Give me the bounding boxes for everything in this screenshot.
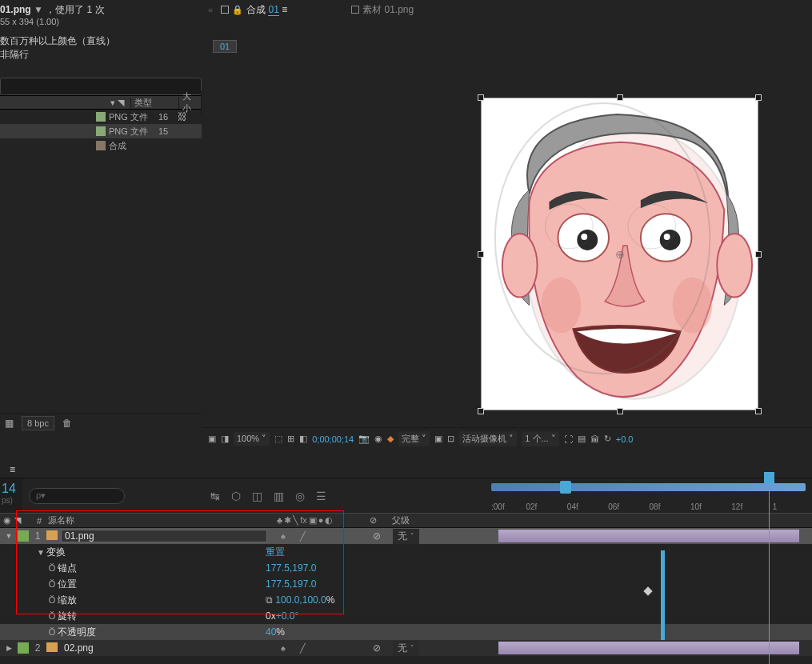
- snapshot-icon[interactable]: 📷: [358, 434, 370, 444]
- camera-dropdown[interactable]: 活动摄像机 ˅: [459, 431, 517, 446]
- tab-composition[interactable]: 🔒 合成 01 ≡: [216, 2, 292, 18]
- resize-handle[interactable]: [617, 94, 623, 101]
- property-opacity[interactable]: Ŏ 不透明度 40%: [0, 624, 812, 640]
- breadcrumb-item[interactable]: 01: [213, 40, 237, 53]
- column-type[interactable]: 类型: [131, 97, 179, 109]
- resize-handle[interactable]: [478, 94, 484, 101]
- layer-name[interactable]: 02.png: [61, 642, 281, 654]
- bpc-button[interactable]: 8 bpc: [22, 416, 54, 430]
- trash-icon[interactable]: 🗑: [62, 418, 72, 429]
- stopwatch-icon[interactable]: Ŏ: [46, 595, 58, 605]
- brainstorm-icon[interactable]: ☰: [316, 490, 326, 502]
- column-parent[interactable]: 父级: [389, 514, 493, 526]
- dropdown-icon[interactable]: ▼: [34, 4, 43, 15]
- pickwhip-icon[interactable]: ⊘: [361, 530, 393, 542]
- property-scale[interactable]: Ŏ 缩放 ⧉ 100.0,100.0%: [0, 592, 812, 608]
- flowchart-icon[interactable]: 🏛: [590, 434, 599, 444]
- twirl-icon[interactable]: ▼: [6, 532, 13, 540]
- timecode[interactable]: 0;00;00;14: [312, 434, 354, 444]
- lock-icon[interactable]: 🔒: [232, 5, 243, 15]
- show-snapshot-icon[interactable]: ◉: [374, 434, 382, 444]
- pickwhip-icon[interactable]: ⊘: [361, 642, 393, 654]
- canvas-selection[interactable]: ⊕: [478, 94, 762, 414]
- property-value[interactable]: ⧉ 100.0,100.0%: [266, 594, 378, 606]
- layer-row[interactable]: ▶ 2 02.png ♠╱ ⊘ 无 ˅: [0, 640, 812, 656]
- property-position[interactable]: Ŏ 位置 177.5,197.0: [0, 576, 812, 592]
- comp-mini-icon[interactable]: ↹: [210, 490, 220, 502]
- exposure-value[interactable]: +0.0: [616, 434, 634, 444]
- project-item-type: PNG 文件: [109, 126, 158, 138]
- timeline-tab[interactable]: ≡: [3, 462, 22, 477]
- tab-scroll-icon[interactable]: «: [208, 5, 213, 14]
- stopwatch-icon[interactable]: Ŏ: [46, 579, 58, 589]
- sort-icon[interactable]: ▾ ◥: [0, 98, 131, 108]
- views-dropdown[interactable]: 1 个... ˅: [522, 431, 558, 446]
- resize-handle[interactable]: [755, 94, 762, 101]
- stopwatch-icon[interactable]: Ŏ: [46, 611, 58, 621]
- parent-dropdown[interactable]: 无 ˅: [393, 529, 419, 544]
- property-value[interactable]: 177.5,197.0: [266, 562, 378, 574]
- work-area-handle[interactable]: [560, 481, 571, 494]
- resize-handle[interactable]: [617, 408, 623, 414]
- property-value[interactable]: 40%: [266, 626, 378, 638]
- reset-link[interactable]: 重置: [266, 546, 285, 558]
- lock-column-icon[interactable]: ◥: [14, 515, 21, 526]
- transform-group[interactable]: ▼ 变换 重置: [0, 544, 812, 560]
- channel-icon[interactable]: ◨: [221, 434, 229, 444]
- composition-viewer[interactable]: ⊕ ▣ ◨ 100% ˅ ⬚ ⊞ ◧ 0;00;00;14 📷: [202, 54, 812, 450]
- tab-footage[interactable]: 素材 01.png: [346, 2, 418, 18]
- layer-color-label[interactable]: [18, 530, 29, 542]
- anchor-point-icon[interactable]: ⊕: [615, 248, 625, 261]
- grid-icon[interactable]: ⊞: [287, 434, 294, 444]
- layer-switches[interactable]: ♠╱: [281, 531, 361, 542]
- twirl-icon[interactable]: ▶: [6, 644, 12, 652]
- parent-dropdown[interactable]: 无 ˅: [393, 641, 419, 656]
- project-row[interactable]: 合成: [0, 138, 202, 153]
- resize-handle[interactable]: [755, 251, 762, 258]
- motion-blur-icon[interactable]: ▥: [274, 490, 284, 502]
- display-icon[interactable]: ▣: [208, 434, 216, 444]
- mask-icon[interactable]: ◧: [299, 434, 307, 444]
- roi-icon[interactable]: ▣: [434, 434, 442, 444]
- project-search[interactable]: [0, 78, 202, 95]
- project-item-type: PNG 文件: [109, 111, 158, 123]
- layer-bar[interactable]: [498, 642, 799, 654]
- layer-row[interactable]: ▼ 1 01.png ♠╱ ⊘ 无 ˅: [0, 528, 812, 544]
- zoom-dropdown[interactable]: 100% ˅: [234, 432, 270, 446]
- property-value[interactable]: 177.5,197.0: [266, 578, 378, 590]
- playhead-head[interactable]: [764, 472, 774, 483]
- layer-name[interactable]: 01.png: [61, 530, 267, 542]
- layer-switches[interactable]: ♠╱: [281, 643, 361, 654]
- twirl-icon[interactable]: ▼: [35, 548, 46, 557]
- timeline-search[interactable]: ρ▾: [29, 488, 125, 504]
- fast-preview-icon[interactable]: ⛶: [564, 434, 573, 444]
- canvas: ⊕: [481, 98, 758, 410]
- stopwatch-icon[interactable]: Ŏ: [46, 627, 58, 637]
- eye-column-icon[interactable]: ◉: [3, 515, 11, 526]
- property-value[interactable]: 0x+0.0°: [266, 610, 378, 622]
- composition-panel: « 效果控件 01.png « 🔒 合成 01 ≡ 素材 01.png 01: [202, 0, 812, 432]
- interpret-icon[interactable]: ▦: [5, 418, 14, 429]
- frame-blend-icon[interactable]: ◫: [252, 490, 262, 502]
- resize-handle[interactable]: [478, 408, 484, 414]
- graph-editor-icon[interactable]: ◎: [295, 490, 305, 502]
- layer-bar[interactable]: [498, 530, 799, 542]
- timecode-display[interactable]: 14 ps): [0, 478, 22, 513]
- draft3d-icon[interactable]: ⬡: [231, 490, 241, 502]
- property-anchor[interactable]: Ŏ 锚点 177.5,197.0: [0, 560, 812, 576]
- property-rotation[interactable]: Ŏ 旋转 0x+0.0°: [0, 608, 812, 624]
- resize-handle[interactable]: [478, 251, 484, 258]
- stopwatch-icon[interactable]: Ŏ: [46, 563, 58, 573]
- color-mgmt-icon[interactable]: ◆: [387, 434, 394, 444]
- project-row[interactable]: PNG 文件 15: [0, 124, 202, 138]
- project-row[interactable]: PNG 文件 16 ⛓: [0, 110, 202, 124]
- resolution-dropdown[interactable]: 完整 ˅: [398, 431, 430, 446]
- res-icon[interactable]: ⬚: [274, 434, 282, 444]
- layer-color-label[interactable]: [18, 642, 29, 654]
- resize-handle[interactable]: [755, 408, 762, 414]
- time-ruler[interactable]: :00f 02f 04f 06f 08f 10f 12f 1: [486, 478, 812, 513]
- timeline-icon[interactable]: ▤: [578, 434, 586, 444]
- column-source-name[interactable]: 源名称: [45, 514, 277, 526]
- transparency-icon[interactable]: ⊡: [447, 434, 454, 444]
- reset-exposure-icon[interactable]: ↻: [604, 434, 611, 444]
